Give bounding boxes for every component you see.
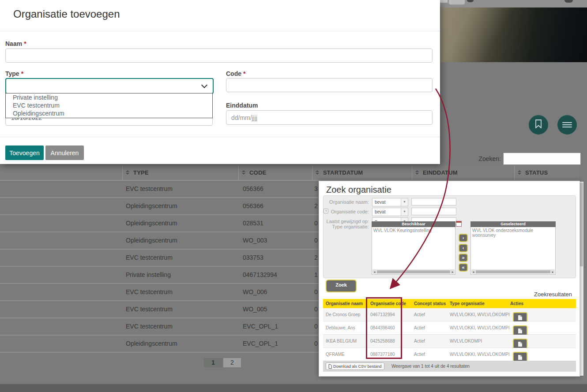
page-footer-bar [0,384,587,392]
dropdown-arrow-icon: ▾ [401,208,408,216]
results-footer: Download als CSV bestand Weergave van 1 … [323,361,576,372]
required-asterisk: * [21,70,23,77]
beschikbaar-header: Beschikbaar [372,221,455,227]
beschikbaar-list[interactable]: WVL VLOK Keuringsinstelling ◂ ▸ [372,227,455,275]
scroll-left-icon[interactable]: ◂ [471,270,475,274]
horizontal-scrollbar[interactable]: ◂ ▸ [471,269,555,274]
column-header-code[interactable]: CODE [249,169,266,176]
result-row[interactable]: IKEA BELGIUM 0425258688 Actief WVLVLOKOM… [323,335,576,348]
search-form: Organisatie naam: ? Organisatie code: La… [323,195,576,278]
scroll-left-icon[interactable]: ◂ [373,270,376,274]
scroll-right-icon[interactable]: ▸ [451,270,455,274]
zoekresultaten-title: Zoekresultaten [534,291,572,298]
results-summary: Weergave van 1 tot 4 uit de 4 resultaten [391,364,470,369]
geselecteerd-header: Geselecteerd [470,221,556,227]
code-operator-select[interactable]: bevat ▾ [372,208,408,216]
download-csv-button[interactable]: Download als CSV bestand [326,362,384,370]
pagination-page-1[interactable]: 1 [204,358,222,367]
menu-button[interactable] [557,115,577,134]
zoek-button[interactable]: Zoek [326,280,357,292]
document-icon [518,341,523,347]
geselecteerd-listbox: Geselecteerd WVL VLOK onderzoeksmodule w… [470,221,556,275]
hamburger-icon [562,121,572,129]
code-value-input[interactable] [411,208,456,215]
window-fragment [448,0,465,5]
result-row[interactable]: QFRAME 0887377180 Actief WVLVLOKKI, WVLV… [323,348,576,361]
window-fragment [440,0,448,3]
geselecteerd-list[interactable]: WVL VLOK onderzoeksmodule woonsurvey ◂ ▸ [470,227,556,275]
document-icon [518,355,523,360]
table-header-row: TYPE CODE STARTDATUM EINDDATUM STATUS [0,165,579,181]
sort-icon[interactable] [518,170,521,175]
column-header-startdatum[interactable]: STARTDATUM [323,169,363,176]
column-header-einddatum[interactable]: EINDDATUM [423,169,458,176]
type-option[interactable]: EVC testcentrum [6,101,212,109]
toevoegen-button[interactable]: Toevoegen [5,146,44,160]
document-icon [518,315,523,321]
column-header-status[interactable]: STATUS [525,169,548,176]
organisatie-code-label: Organisatie code: [325,209,369,214]
required-asterisk: * [24,40,26,47]
laatst-gewijzigd-label: Laatst gewijzigd op: [325,219,369,224]
panel-scrollbar[interactable] [579,182,583,376]
calendar-icon[interactable] [456,221,462,227]
results-header-status: Concept status [414,301,446,306]
window-fragment [564,0,573,3]
type-option[interactable]: Opleidingscentrum [6,109,212,117]
naam-label: Naam* [5,40,26,47]
move-all-left-button[interactable]: « [459,263,468,272]
chevron-down-icon [201,82,207,88]
move-right-button[interactable]: › [459,234,468,242]
document-icon [518,328,523,334]
sort-icon[interactable] [126,170,129,175]
horizontal-scrollbar[interactable]: ◂ ▸ [373,269,455,274]
csv-file-icon [328,364,332,369]
divider [0,137,440,137]
column-header-type[interactable]: TYPE [133,169,149,176]
pagination-page-2[interactable]: 2 [223,358,241,367]
naam-input[interactable] [5,49,433,63]
type-select[interactable] [5,78,214,94]
screenshot-stage: Zoeken: TYPE CODE STARTDATUM EINDDATUM S… [0,0,587,392]
modal-title: Organisatie toevoegen [13,8,120,20]
table-search-input[interactable] [503,153,581,165]
type-label: Type* [5,70,23,77]
organisatie-naam-label: Organisatie naam: [325,199,369,205]
sort-icon[interactable] [415,170,419,175]
list-item[interactable]: WVL VLOK onderzoeksmodule woonsurvey [471,227,555,239]
divider [0,31,440,31]
results-header-row: Organisatie naam Organisatie code Concep… [323,299,576,308]
required-asterisk: * [243,70,245,77]
naam-value-input[interactable] [411,198,456,205]
code-column-highlight [366,297,402,359]
results-header-naam: Organisatie naam [326,301,363,306]
naam-operator-select[interactable]: bevat ▾ [372,198,408,206]
organisatie-toevoegen-modal: Organisatie toevoegen Naam* Type* Privat… [0,0,440,164]
type-option[interactable]: Private instelling [6,93,212,101]
move-all-right-button[interactable]: » [459,254,468,262]
table-search-label: Zoeken: [458,155,501,162]
type-options-dropdown: Private instelling EVC testcentrum Oplei… [5,93,213,118]
sort-icon[interactable] [316,170,319,175]
type-organisatie-label: Type organisatie: [325,224,369,229]
result-row[interactable]: De Cronos Groep 0467132994 Actief WVLVLO… [323,308,576,321]
einddatum-label: Einddatum [226,102,258,109]
results-header-acties: Acties [510,301,523,306]
header-photo-banner [440,7,587,62]
code-input[interactable] [226,78,433,92]
results-body: De Cronos Groep 0467132994 Actief WVLVLO… [323,308,576,361]
scroll-right-icon[interactable]: ▸ [551,270,555,274]
beschikbaar-listbox: Beschikbaar WVL VLOK Keuringsinstelling … [372,221,455,275]
panel-title: Zoek organisatie [326,185,391,195]
list-item[interactable]: WVL VLOK Keuringsinstelling [372,227,455,234]
sort-icon[interactable] [242,170,245,175]
code-label: Code* [226,70,245,77]
bookmark-button[interactable] [529,115,548,134]
results-header-type: Type organisatie [450,301,485,306]
result-row[interactable]: Deblauwe, Ans 0844398460 Actief WVLVLOKK… [323,321,576,335]
dropdown-arrow-icon: ▾ [401,198,408,206]
zoek-organisatie-panel: Zoek organisatie Organisatie naam: ? Org… [319,181,580,377]
bookmark-icon [535,119,542,130]
move-left-button[interactable]: ‹ [459,244,468,252]
annuleren-button[interactable]: Annuleren [45,146,84,160]
